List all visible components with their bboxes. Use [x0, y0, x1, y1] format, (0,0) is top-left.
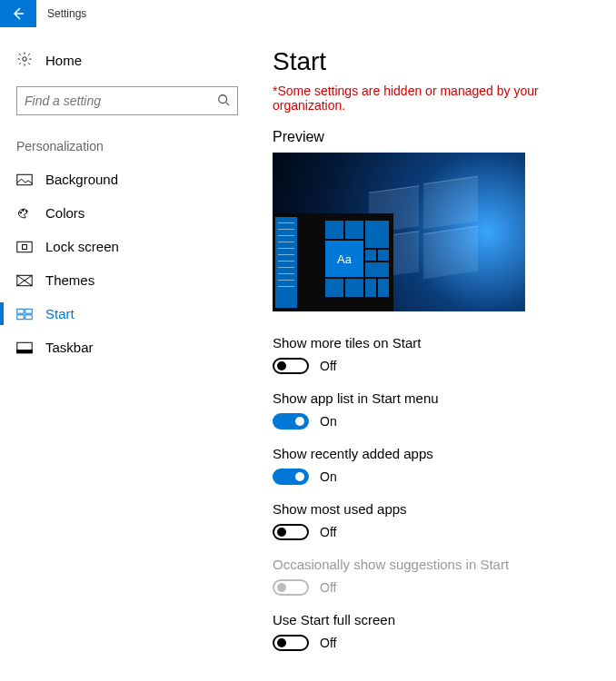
- picture-icon: [16, 173, 33, 186]
- start-icon: [16, 308, 33, 321]
- svg-point-0: [23, 57, 27, 62]
- svg-point-3: [20, 212, 22, 213]
- search-box[interactable]: [16, 86, 238, 115]
- sidebar-item-lockscreen[interactable]: Lock screen: [0, 230, 254, 263]
- toggle-knob: [277, 638, 286, 647]
- sidebar-home-label: Home: [45, 53, 82, 68]
- toggle-switch[interactable]: [273, 635, 309, 651]
- toggle-state-label: On: [320, 469, 337, 484]
- setting-label: Use Start full screen: [273, 612, 587, 627]
- toggle-state-label: Off: [320, 525, 336, 539]
- setting-row: Occasionally show suggestions in StartOf…: [273, 557, 587, 596]
- taskbar-icon: [16, 341, 33, 354]
- svg-rect-9: [17, 309, 24, 313]
- toggle-switch[interactable]: [273, 524, 309, 540]
- toggle-switch[interactable]: [273, 413, 309, 429]
- toggle-row: Off: [273, 635, 587, 651]
- setting-label: Show more tiles on Start: [273, 335, 587, 350]
- setting-label: Show recently added apps: [273, 446, 587, 461]
- sidebar-item-label: Taskbar: [45, 340, 94, 355]
- toggle-knob: [295, 472, 304, 481]
- toggle-row: Off: [273, 579, 587, 596]
- toggle-state-label: Off: [320, 580, 336, 595]
- svg-point-1: [219, 94, 227, 103]
- preview-tile-aa: Aa: [325, 241, 363, 277]
- svg-point-5: [26, 210, 28, 212]
- setting-row: Show most used appsOff: [273, 501, 587, 540]
- org-warning: *Some settings are hidden or managed by …: [273, 84, 587, 113]
- toggle-switch[interactable]: [273, 469, 309, 485]
- svg-rect-10: [25, 309, 32, 313]
- preview-startmenu: Aa: [273, 213, 393, 311]
- setting-row: Show app list in Start menuOn: [273, 390, 587, 429]
- setting-label: Show app list in Start menu: [273, 390, 587, 406]
- content: Home Personalization Background Colors L…: [0, 27, 616, 681]
- svg-rect-7: [23, 244, 27, 249]
- svg-rect-12: [25, 314, 32, 319]
- sidebar-item-label: Themes: [45, 272, 94, 288]
- sidebar: Home Personalization Background Colors L…: [0, 27, 254, 681]
- search-input[interactable]: [25, 94, 217, 108]
- preview-applist: [275, 217, 297, 308]
- titlebar: Settings: [0, 0, 616, 27]
- setting-label: Show most used apps: [273, 501, 587, 517]
- svg-point-4: [23, 209, 25, 211]
- toggle-row: On: [273, 469, 587, 485]
- sidebar-item-label: Background: [45, 172, 118, 187]
- sidebar-item-colors[interactable]: Colors: [0, 196, 254, 230]
- sidebar-home[interactable]: Home: [0, 44, 254, 77]
- preview-heading: Preview: [273, 129, 587, 145]
- svg-rect-14: [17, 350, 32, 352]
- window-title: Settings: [47, 7, 86, 20]
- sidebar-section-label: Personalization: [0, 132, 254, 163]
- sidebar-item-label: Start: [45, 306, 75, 321]
- page-title: Start: [273, 47, 587, 76]
- toggle-knob: [277, 361, 286, 370]
- toggle-state-label: Off: [320, 636, 336, 650]
- toggle-knob: [277, 583, 286, 592]
- sidebar-item-themes[interactable]: Themes: [0, 263, 254, 297]
- sidebar-item-taskbar[interactable]: Taskbar: [0, 331, 254, 364]
- sidebar-item-label: Lock screen: [45, 239, 119, 254]
- setting-label: Occasionally show suggestions in Start: [273, 557, 587, 572]
- toggle-switch[interactable]: [273, 358, 309, 374]
- toggle-state-label: On: [320, 414, 337, 429]
- main-panel: Start *Some settings are hidden or manag…: [254, 27, 616, 681]
- toggle-knob: [277, 528, 286, 537]
- svg-rect-6: [17, 242, 32, 252]
- back-button[interactable]: [0, 0, 36, 27]
- setting-row: Show more tiles on StartOff: [273, 335, 587, 374]
- sidebar-item-start[interactable]: Start: [0, 297, 254, 331]
- toggle-state-label: Off: [320, 359, 336, 373]
- palette-icon: [16, 207, 33, 220]
- svg-rect-11: [17, 314, 24, 319]
- settings-list: Show more tiles on StartOffShow app list…: [273, 335, 587, 651]
- lockscreen-icon: [16, 241, 33, 253]
- toggle-knob: [295, 417, 304, 426]
- toggle-row: Off: [273, 358, 587, 374]
- svg-rect-2: [17, 174, 32, 184]
- sidebar-item-background[interactable]: Background: [0, 163, 254, 196]
- search-icon: [217, 94, 230, 109]
- toggle-switch: [273, 579, 309, 596]
- arrow-left-icon: [11, 6, 25, 21]
- sidebar-item-label: Colors: [45, 205, 84, 221]
- gear-icon: [16, 51, 33, 70]
- toggle-row: On: [273, 413, 587, 429]
- setting-row: Show recently added appsOn: [273, 446, 587, 485]
- toggle-row: Off: [273, 524, 587, 540]
- setting-row: Use Start full screenOff: [273, 612, 587, 651]
- start-preview: Aa: [273, 153, 525, 311]
- themes-icon: [16, 274, 33, 287]
